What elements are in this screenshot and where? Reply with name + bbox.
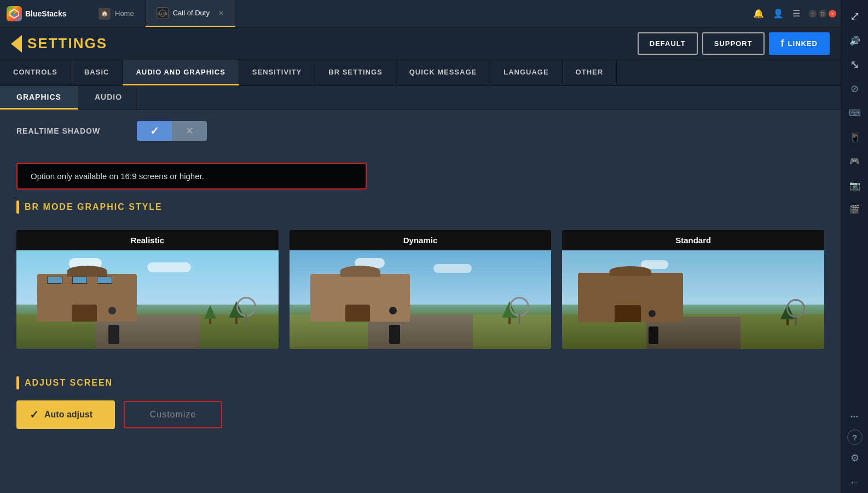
- video-icon[interactable]: 🎬: [844, 198, 866, 220]
- fullscreen-icon[interactable]: ⤡: [844, 54, 866, 76]
- titlebar-action-icons: 🔔 👤 ☰: [744, 8, 809, 19]
- checkmark-icon: ✓: [150, 124, 159, 137]
- linked-label: LINKED: [788, 39, 818, 48]
- realtime-shadow-label: REALTIME SHADOW: [16, 127, 126, 135]
- game-tab[interactable]: COD Call of Duty ✕: [146, 0, 235, 27]
- menu-icon[interactable]: ☰: [792, 8, 800, 19]
- br-mode-title: BR MODE GRAPHIC STYLE: [25, 202, 163, 212]
- yellow-bar-icon: [16, 200, 19, 214]
- cod-tab-icon: COD: [157, 7, 169, 19]
- tab-quick-message[interactable]: QUICK MESSAGE: [396, 60, 491, 85]
- expand-icon[interactable]: ⤢: [844, 5, 866, 27]
- more-options-icon[interactable]: •••: [844, 405, 866, 427]
- home-tab[interactable]: 🏠 Home: [88, 0, 146, 27]
- realtime-shadow-row: REALTIME SHADOW ✓ ✕: [16, 121, 824, 141]
- close-button[interactable]: ×: [829, 10, 836, 18]
- game-tab-label: Call of Duty: [173, 9, 210, 17]
- sub-tabs: GRAPHICS AUDIO: [0, 86, 841, 110]
- dynamic-card-image: [290, 250, 552, 349]
- account-icon[interactable]: 👤: [773, 8, 784, 19]
- tab-br-settings[interactable]: BR SETTINGS: [315, 60, 396, 85]
- app-logo: BlueStacks: [0, 6, 88, 21]
- realistic-card[interactable]: Realistic: [16, 230, 279, 349]
- maximize-button[interactable]: □: [819, 10, 826, 18]
- toggle-off-button[interactable]: ✕: [172, 121, 207, 141]
- auto-adjust-label: Auto adjust: [44, 410, 92, 420]
- adjust-screen-header: ADJUST SCREEN: [16, 376, 824, 389]
- auto-adjust-checkmark: ✓: [30, 408, 39, 421]
- tab-audio-graphics[interactable]: AUDIO AND GRAPHICS: [123, 60, 239, 85]
- phone-icon[interactable]: 📱: [844, 126, 866, 148]
- content-area: GRAPHICS AUDIO REALTIME SHADOW ✓ ✕ Optio…: [0, 86, 841, 493]
- standard-card-image: [562, 250, 824, 349]
- realistic-card-image: [16, 250, 279, 349]
- tab-other[interactable]: OTHER: [563, 60, 617, 85]
- settings-header: SETTINGS DEFAULT SUPPORT f LINKED: [0, 27, 841, 60]
- tab-audio[interactable]: AUDIO: [78, 86, 139, 110]
- dynamic-card-title: Dynamic: [290, 230, 552, 250]
- standard-card[interactable]: Standard: [562, 230, 824, 349]
- right-sidebar: ⤢ 🔊 ⤡ ⊘ ⌨ 📱 🎮 📷 🎬 ••• ? ⚙ ←: [841, 0, 868, 493]
- standard-card-title: Standard: [562, 230, 824, 250]
- tab-controls[interactable]: CONTROLS: [0, 60, 71, 85]
- settings-title: SETTINGS: [11, 35, 107, 53]
- home-tab-icon: 🏠: [99, 8, 111, 20]
- customize-button[interactable]: Customize: [124, 401, 222, 428]
- settings-title-text: SETTINGS: [27, 35, 107, 52]
- home-tab-label: Home: [115, 9, 134, 18]
- notification-icon[interactable]: 🔔: [753, 8, 764, 19]
- volume-icon[interactable]: 🔊: [844, 30, 866, 51]
- close-tab-icon[interactable]: ✕: [218, 9, 224, 17]
- titlebar: BlueStacks 🏠 Home COD Call of Duty ✕ 🔔 👤…: [0, 0, 841, 27]
- svg-text:COD: COD: [158, 12, 167, 16]
- tab-sensitivity[interactable]: SENSITIVITY: [239, 60, 315, 85]
- adjust-screen-section: ADJUST SCREEN ✓ Auto adjust Customize: [0, 365, 841, 445]
- dynamic-card[interactable]: Dynamic: [290, 230, 552, 349]
- tooltip-box: Option only available on 16:9 screens or…: [16, 163, 367, 190]
- gamepad-icon[interactable]: 🎮: [844, 150, 866, 172]
- nav-tabs: CONTROLS BASIC AUDIO AND GRAPHICS SENSIT…: [0, 60, 841, 86]
- titlebar-tabs: 🏠 Home COD Call of Duty ✕: [88, 0, 744, 27]
- settings-arrow-icon: [11, 35, 22, 53]
- br-mode-header: BR MODE GRAPHIC STYLE: [16, 200, 824, 214]
- settings-icon[interactable]: ⚙: [844, 447, 866, 469]
- minimize-button[interactable]: −: [809, 10, 817, 18]
- main-content: SETTINGS DEFAULT SUPPORT f LINKED CONTRO…: [0, 27, 841, 493]
- adjust-screen-title: ADJUST SCREEN: [25, 378, 113, 388]
- facebook-icon: f: [781, 38, 785, 49]
- toggle-group: ✓ ✕: [137, 121, 207, 141]
- support-button[interactable]: SUPPORT: [702, 32, 765, 55]
- keyboard-icon[interactable]: ⌨: [844, 102, 866, 124]
- tab-language[interactable]: LANGUAGE: [490, 60, 562, 85]
- bluestacks-icon: [7, 6, 22, 21]
- tab-basic[interactable]: BASIC: [71, 60, 123, 85]
- slash-icon[interactable]: ⊘: [844, 78, 866, 100]
- adjust-buttons: ✓ Auto adjust Customize: [16, 400, 824, 429]
- auto-adjust-button[interactable]: ✓ Auto adjust: [16, 400, 115, 429]
- tooltip-text: Option only available on 16:9 screens or…: [31, 171, 204, 181]
- header-buttons: DEFAULT SUPPORT f LINKED: [638, 32, 830, 55]
- realistic-card-title: Realistic: [16, 230, 279, 250]
- br-mode-section: BR MODE GRAPHIC STYLE: [0, 200, 841, 230]
- help-icon[interactable]: ?: [847, 429, 863, 445]
- window-controls: − □ ×: [809, 10, 841, 18]
- back-icon[interactable]: ←: [844, 471, 866, 493]
- tab-graphics[interactable]: GRAPHICS: [0, 86, 78, 110]
- x-icon: ✕: [186, 125, 194, 137]
- toggle-on-button[interactable]: ✓: [137, 121, 172, 141]
- camera-icon[interactable]: 📷: [844, 174, 866, 196]
- graphic-cards: Realistic: [0, 230, 841, 349]
- adjust-yellow-bar: [16, 376, 19, 389]
- realtime-shadow-section: REALTIME SHADOW ✓ ✕: [0, 110, 841, 157]
- default-button[interactable]: DEFAULT: [638, 32, 698, 55]
- app-name: BlueStacks: [25, 9, 66, 18]
- linked-button[interactable]: f LINKED: [769, 32, 830, 55]
